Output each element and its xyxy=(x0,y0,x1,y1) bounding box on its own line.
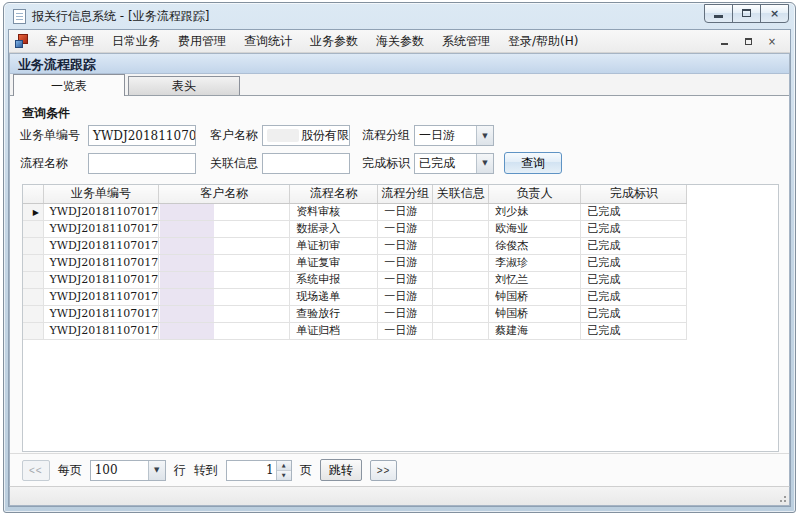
row-selector-cell[interactable] xyxy=(23,237,43,254)
cell-customer[interactable]: 有限公司 xyxy=(159,220,290,237)
column-header-4[interactable]: 流程分组 xyxy=(378,185,433,203)
row-selector-cell[interactable] xyxy=(23,220,43,237)
cell-status[interactable]: 已完成 xyxy=(581,322,687,339)
cell-process[interactable]: 现场递单 xyxy=(290,288,378,305)
cell-customer[interactable]: 有限公司 xyxy=(159,271,290,288)
row-selector-cell[interactable] xyxy=(23,288,43,305)
minimize-button[interactable] xyxy=(704,4,733,23)
menu-item-5[interactable]: 业务参数 xyxy=(301,30,367,53)
group-combobox[interactable]: 一日游 ▼ xyxy=(414,125,494,146)
cell-owner[interactable]: 蔡建海 xyxy=(489,322,581,339)
row-selector-cell[interactable] xyxy=(23,305,43,322)
cell-group[interactable]: 一日游 xyxy=(378,288,433,305)
table-row[interactable]: YWDJ20181107017有限公司现场递单一日游钟国桥已完成 xyxy=(23,288,687,305)
cell-customer[interactable]: 有限公司 xyxy=(159,237,290,254)
menu-item-8[interactable]: 登录/帮助(H) xyxy=(499,30,587,53)
cell-process[interactable]: 资料审核 xyxy=(290,203,378,220)
cell-owner[interactable]: 刘忆兰 xyxy=(489,271,581,288)
cell-order_no[interactable]: YWDJ20181107017 xyxy=(43,220,159,237)
table-row[interactable]: YWDJ20181107017有限公司数据录入一日游欧海业已完成 xyxy=(23,220,687,237)
menu-item-3[interactable]: 费用管理 xyxy=(169,30,235,53)
cell-group[interactable]: 一日游 xyxy=(378,271,433,288)
status-combobox[interactable]: 已完成 ▼ xyxy=(414,153,494,174)
cell-customer[interactable]: 有限公司 xyxy=(159,305,290,322)
table-row[interactable]: YWDJ20181107017有限公司单证归档一日游蔡建海已完成 xyxy=(23,322,687,339)
cell-related[interactable] xyxy=(433,322,489,339)
menu-item-4[interactable]: 查询统计 xyxy=(235,30,301,53)
row-selector-cell[interactable] xyxy=(23,271,43,288)
order-no-input[interactable]: YWDJ20181107017 xyxy=(88,125,196,146)
cell-order_no[interactable]: YWDJ20181107017 xyxy=(43,254,159,271)
spin-up-button[interactable]: ▲ xyxy=(277,461,291,471)
cell-order_no[interactable]: YWDJ20181107017 xyxy=(43,322,159,339)
cell-status[interactable]: 已完成 xyxy=(581,305,687,322)
cell-order_no[interactable]: YWDJ20181107017 xyxy=(43,203,159,220)
close-button[interactable]: × xyxy=(760,4,789,23)
column-header-1[interactable]: 业务单编号 xyxy=(43,185,159,203)
cell-status[interactable]: 已完成 xyxy=(581,237,687,254)
prev-page-button[interactable]: << xyxy=(22,460,50,481)
column-header-3[interactable]: 流程名称 xyxy=(290,185,378,203)
cell-related[interactable] xyxy=(433,271,489,288)
cell-process[interactable]: 查验放行 xyxy=(290,305,378,322)
process-input[interactable] xyxy=(88,153,196,174)
cell-related[interactable] xyxy=(433,237,489,254)
cell-status[interactable]: 已完成 xyxy=(581,288,687,305)
page-number-stepper[interactable]: 1 ▲ ▼ xyxy=(226,460,292,481)
cell-order_no[interactable]: YWDJ20181107017 xyxy=(43,237,159,254)
row-selector-cell[interactable] xyxy=(23,254,43,271)
customer-input[interactable]: 股份有限公司 xyxy=(262,125,350,146)
tab-2[interactable]: 表头 xyxy=(128,76,240,95)
cell-group[interactable]: 一日游 xyxy=(378,322,433,339)
menu-item-1[interactable]: 客户管理 xyxy=(37,30,103,53)
table-row[interactable]: ▶YWDJ20181107017有限公司资料审核一日游刘少妹已完成 xyxy=(23,203,687,220)
cell-process[interactable]: 单证复审 xyxy=(290,254,378,271)
tab-1[interactable]: 一览表 xyxy=(13,74,125,96)
spin-down-button[interactable]: ▼ xyxy=(277,471,291,480)
menu-item-6[interactable]: 海关参数 xyxy=(367,30,433,53)
search-button[interactable]: 查询 xyxy=(504,152,562,174)
group-dropdown-button[interactable]: ▼ xyxy=(476,126,493,145)
status-dropdown-button[interactable]: ▼ xyxy=(476,154,493,173)
table-row[interactable]: YWDJ20181107017有限公司单证初审一日游徐俊杰已完成 xyxy=(23,237,687,254)
table-row[interactable]: YWDJ20181107017有限公司系统申报一日游刘忆兰已完成 xyxy=(23,271,687,288)
cell-customer[interactable]: 有限公司 xyxy=(159,288,290,305)
cell-owner[interactable]: 欧海业 xyxy=(489,220,581,237)
column-header-6[interactable]: 负责人 xyxy=(489,185,581,203)
cell-owner[interactable]: 钟国桥 xyxy=(489,305,581,322)
cell-order_no[interactable]: YWDJ20181107017 xyxy=(43,288,159,305)
cell-related[interactable] xyxy=(433,254,489,271)
next-page-button[interactable]: >> xyxy=(370,460,398,481)
per-page-combobox[interactable]: 100 ▼ xyxy=(90,460,166,481)
cell-customer[interactable]: 有限公司 xyxy=(159,203,290,220)
table-row[interactable]: YWDJ20181107017有限公司查验放行一日游钟国桥已完成 xyxy=(23,305,687,322)
cell-process[interactable]: 系统申报 xyxy=(290,271,378,288)
restore-button[interactable] xyxy=(732,4,761,23)
cell-status[interactable]: 已完成 xyxy=(581,220,687,237)
menu-item-7[interactable]: 系统管理 xyxy=(433,30,499,53)
resize-grip-icon[interactable] xyxy=(777,493,787,503)
cell-owner[interactable]: 刘少妹 xyxy=(489,203,581,220)
mdi-restore-button[interactable] xyxy=(740,34,756,48)
cell-status[interactable]: 已完成 xyxy=(581,254,687,271)
cell-group[interactable]: 一日游 xyxy=(378,203,433,220)
cell-related[interactable] xyxy=(433,288,489,305)
cell-order_no[interactable]: YWDJ20181107017 xyxy=(43,305,159,322)
column-header-7[interactable]: 完成标识 xyxy=(581,185,687,203)
cell-related[interactable] xyxy=(433,203,489,220)
row-selector-cell[interactable] xyxy=(23,322,43,339)
per-page-dropdown-button[interactable]: ▼ xyxy=(148,461,165,480)
column-header-5[interactable]: 关联信息 xyxy=(433,185,489,203)
cell-owner[interactable]: 钟国桥 xyxy=(489,288,581,305)
cell-status[interactable]: 已完成 xyxy=(581,203,687,220)
mdi-close-button[interactable]: × xyxy=(764,34,780,48)
row-selector-cell[interactable]: ▶ xyxy=(23,203,43,220)
cell-group[interactable]: 一日游 xyxy=(378,254,433,271)
cell-related[interactable] xyxy=(433,220,489,237)
related-input[interactable] xyxy=(262,153,350,174)
cell-process[interactable]: 数据录入 xyxy=(290,220,378,237)
cell-process[interactable]: 单证初审 xyxy=(290,237,378,254)
cell-process[interactable]: 单证归档 xyxy=(290,322,378,339)
cell-customer[interactable]: 有限公司 xyxy=(159,322,290,339)
cell-group[interactable]: 一日游 xyxy=(378,237,433,254)
